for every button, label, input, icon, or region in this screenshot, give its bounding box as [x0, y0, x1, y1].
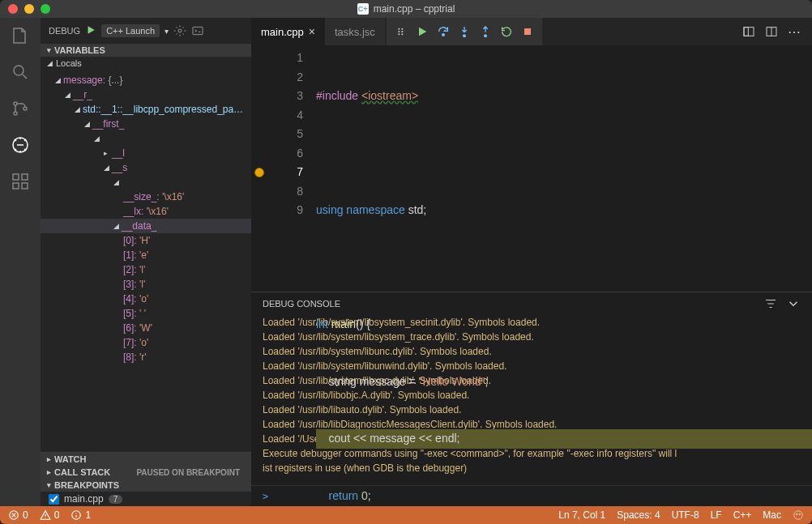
- var-data[interactable]: ◢__data_: [41, 219, 251, 233]
- var-array-item[interactable]: [5]: ' ': [41, 306, 251, 321]
- layout-icon[interactable]: [765, 25, 778, 38]
- step-over-icon[interactable]: [437, 25, 450, 38]
- breakpoint-marker-icon[interactable]: [254, 168, 264, 177]
- var-array-item[interactable]: [4]: 'o': [41, 292, 251, 306]
- svg-rect-20: [524, 28, 531, 35]
- watch-section-header[interactable]: ▸WATCH: [41, 452, 251, 466]
- code-area[interactable]: #include <iostream> using namespace std;…: [316, 45, 812, 292]
- var-std-pair[interactable]: ◢std::__1::__libcpp_compressed_pa…: [41, 102, 251, 117]
- debug-sidebar: DEBUG C++ Launch ▾ ▾VARIABLES ◢Locals ◢m…: [41, 18, 251, 506]
- breakpoint-checkbox[interactable]: [49, 494, 59, 505]
- window-title: C+ main.cpp – cpptrial: [0, 3, 812, 15]
- svg-rect-21: [744, 28, 754, 36]
- var-array-item[interactable]: [8]: 'r': [41, 350, 251, 364]
- start-debug-button[interactable]: [85, 24, 96, 38]
- svg-point-12: [398, 31, 400, 32]
- extensions-icon[interactable]: [11, 172, 30, 194]
- svg-point-15: [401, 31, 403, 32]
- var-l[interactable]: ▸__l: [41, 146, 251, 160]
- svg-rect-6: [22, 174, 28, 180]
- svg-point-2: [14, 112, 17, 115]
- step-into-icon[interactable]: [458, 25, 471, 38]
- var-size[interactable]: __size_: '\x16': [41, 190, 251, 204]
- cpp-file-icon: C+: [357, 3, 369, 15]
- svg-point-17: [442, 34, 444, 36]
- tab-tasks-json[interactable]: tasks.jsc: [325, 18, 385, 45]
- svg-point-13: [398, 33, 400, 35]
- svg-rect-5: [13, 174, 19, 180]
- var-anon2[interactable]: ◢: [41, 175, 251, 190]
- svg-rect-7: [13, 183, 19, 189]
- svg-rect-10: [193, 27, 203, 34]
- var-lx[interactable]: __lx: '\x16': [41, 204, 251, 219]
- svg-point-1: [14, 102, 17, 105]
- debug-label: DEBUG: [49, 26, 80, 36]
- breakpoints-section-header[interactable]: ▾BREAKPOINTS: [41, 479, 251, 492]
- drag-handle-icon[interactable]: [395, 25, 408, 38]
- status-warnings[interactable]: 0: [40, 509, 60, 521]
- svg-point-11: [398, 28, 400, 30]
- svg-point-0: [14, 66, 24, 75]
- var-message[interactable]: ◢message: {...}: [41, 73, 251, 87]
- breakpoint-gutter[interactable]: [251, 45, 267, 292]
- more-actions-icon[interactable]: ⋯: [788, 24, 802, 40]
- var-array-item[interactable]: [3]: 'l': [41, 277, 251, 292]
- variables-section-header[interactable]: ▾VARIABLES: [41, 44, 251, 57]
- debug-config-select[interactable]: C++ Launch: [101, 24, 160, 37]
- restart-icon[interactable]: [500, 25, 513, 38]
- close-icon[interactable]: ×: [309, 25, 315, 38]
- var-array-item[interactable]: [6]: 'W': [41, 321, 251, 335]
- tab-main-cpp[interactable]: main.cpp ×: [251, 18, 325, 45]
- debug-controls: [387, 18, 542, 45]
- svg-rect-22: [744, 28, 748, 36]
- svg-rect-8: [22, 183, 28, 189]
- split-editor-icon[interactable]: [742, 25, 755, 38]
- chevron-down-icon[interactable]: ▾: [165, 27, 169, 36]
- breakpoint-item[interactable]: main.cpp 7: [41, 492, 251, 506]
- step-out-icon[interactable]: [479, 25, 492, 38]
- search-icon[interactable]: [11, 62, 30, 84]
- locals-header[interactable]: ◢Locals: [41, 57, 251, 70]
- line-number-gutter: 1 2 3 4 5 6 7 8 9: [267, 45, 316, 292]
- status-errors[interactable]: 0: [8, 509, 28, 521]
- variables-tree: ◢message: {...} ◢__r_ ◢std::__1::__libcp…: [41, 70, 251, 452]
- var-s[interactable]: ◢__s: [41, 160, 251, 175]
- callstack-section-header[interactable]: ▸CALL STACKPAUSED ON BREAKPOINT: [41, 466, 251, 479]
- source-control-icon[interactable]: [11, 99, 30, 121]
- debug-console-icon[interactable]: [191, 24, 204, 37]
- var-array-item[interactable]: [7]: 'o': [41, 335, 251, 350]
- var-first[interactable]: ◢__first_: [41, 117, 251, 131]
- tab-bar: main.cpp × tasks.jsc: [251, 18, 812, 45]
- editor[interactable]: 1 2 3 4 5 6 7 8 9 #include <iostream> us…: [251, 45, 812, 292]
- status-info[interactable]: 1: [71, 509, 91, 521]
- var-r[interactable]: ◢__r_: [41, 87, 251, 102]
- continue-icon[interactable]: [416, 25, 429, 38]
- debug-icon[interactable]: [11, 135, 30, 157]
- svg-point-18: [463, 35, 465, 37]
- titlebar: C+ main.cpp – cpptrial: [0, 0, 812, 18]
- breakpoint-line-badge: 7: [109, 495, 123, 504]
- svg-point-9: [178, 29, 182, 32]
- var-array-item[interactable]: [1]: 'e': [41, 248, 251, 262]
- activity-bar: [0, 18, 41, 506]
- gear-icon[interactable]: [173, 24, 186, 37]
- breakpoint-file: main.cpp: [64, 493, 104, 505]
- var-array-item[interactable]: [2]: 'l': [41, 262, 251, 277]
- svg-point-16: [401, 33, 403, 35]
- var-array-item[interactable]: [0]: 'H': [41, 233, 251, 248]
- stop-icon[interactable]: [521, 25, 534, 38]
- svg-point-19: [484, 35, 486, 37]
- svg-point-3: [24, 107, 27, 110]
- var-anon[interactable]: ◢: [41, 131, 251, 146]
- svg-point-14: [401, 28, 403, 30]
- explorer-icon[interactable]: [11, 26, 30, 48]
